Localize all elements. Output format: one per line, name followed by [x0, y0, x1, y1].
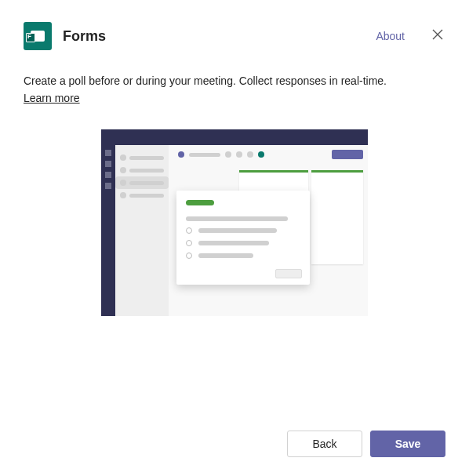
teams-poll-illustration — [101, 129, 368, 316]
forms-app-icon — [24, 22, 52, 50]
about-link[interactable]: About — [376, 30, 405, 42]
learn-more-link[interactable]: Learn more — [24, 91, 80, 107]
back-button[interactable]: Back — [287, 431, 362, 457]
close-button[interactable] — [430, 29, 445, 43]
dialog-header: Forms About — [0, 0, 469, 50]
description-block: Create a poll before or during your meet… — [0, 50, 469, 106]
close-icon — [432, 29, 443, 40]
app-title: Forms — [63, 28, 365, 45]
description-text: Create a poll before or during your meet… — [24, 74, 387, 87]
save-button[interactable]: Save — [370, 431, 445, 457]
dialog-footer: Back Save — [287, 431, 445, 457]
illustration-container — [0, 106, 469, 316]
